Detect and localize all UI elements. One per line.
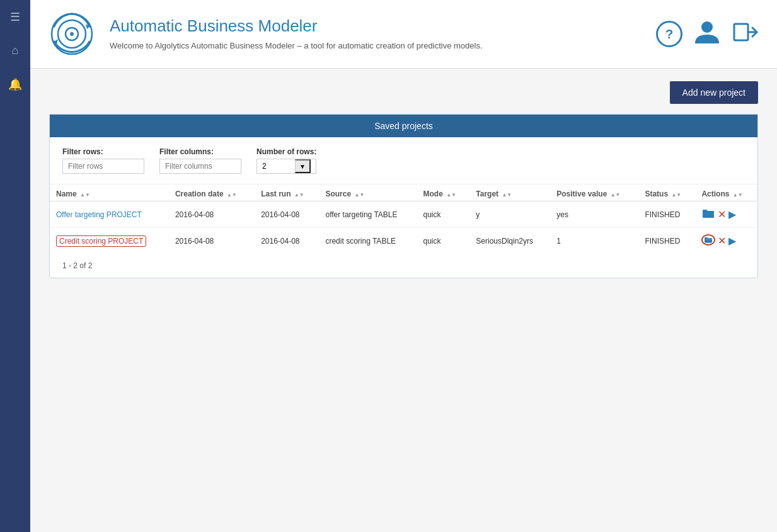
sidebar: ☰ ⌂ 🔔 <box>0 0 30 532</box>
row-target-cell: y <box>469 201 550 228</box>
project-name-link[interactable]: Offer targeting PROJECT <box>56 210 142 219</box>
num-rows-dropdown-button[interactable]: ▼ <box>295 159 311 173</box>
open-project-icon[interactable] <box>701 208 715 221</box>
row-creation-date-cell: 2016-04-08 <box>169 228 255 254</box>
filter-columns-input[interactable] <box>159 159 241 174</box>
table-row: Credit scoring PROJECT2016-04-082016-04-… <box>50 228 757 254</box>
row-source-cell: offer targeting TABLE <box>319 201 417 228</box>
filter-rows-group: Filter rows: <box>62 147 144 174</box>
user-icon[interactable] <box>694 18 720 50</box>
table-controls: Filter rows: Filter columns: Number of r… <box>50 137 757 184</box>
source-sort-icon[interactable]: ▲▼ <box>354 192 364 198</box>
num-rows-value[interactable] <box>257 159 295 173</box>
row-target-cell: SeriousDlqin2yrs <box>469 228 550 254</box>
project-name-link-outlined[interactable]: Credit scoring PROJECT <box>56 235 146 247</box>
notification-icon[interactable]: 🔔 <box>4 74 26 95</box>
pagination-info: 1 - 2 of 2 <box>50 254 757 278</box>
logo <box>49 11 95 57</box>
row-name-cell: Offer targeting PROJECT <box>50 201 169 228</box>
row-status-cell: FINISHED <box>638 228 695 254</box>
filter-rows-label: Filter rows: <box>62 147 144 156</box>
num-rows-label: Number of rows: <box>256 147 316 156</box>
actions-sort-icon: ▲▼ <box>733 192 743 198</box>
svg-rect-7 <box>734 24 748 40</box>
app-subtitle: Welcome to Algolytics Automatic Business… <box>110 40 641 52</box>
filter-columns-label: Filter columns: <box>159 147 241 156</box>
col-actions: Actions ▲▼ <box>695 184 757 201</box>
header: Automatic Business Modeler Welcome to Al… <box>30 0 777 69</box>
row-status-cell: FINISHED <box>638 201 695 228</box>
svg-point-3 <box>70 32 74 36</box>
home-icon[interactable]: ⌂ <box>8 40 23 61</box>
logout-icon[interactable] <box>732 19 758 50</box>
col-status: Status ▲▼ <box>638 184 695 201</box>
col-mode: Mode ▲▼ <box>417 184 469 201</box>
row-last-run-cell: 2016-04-08 <box>255 228 319 254</box>
col-creation-date: Creation date ▲▼ <box>169 184 255 201</box>
name-sort-icon[interactable]: ▲▼ <box>80 192 90 198</box>
col-target: Target ▲▼ <box>469 184 550 201</box>
row-last-run-cell: 2016-04-08 <box>255 201 319 228</box>
delete-project-icon[interactable]: ✕ <box>718 235 726 247</box>
row-positive-value-cell: 1 <box>550 228 638 254</box>
header-actions: ? <box>656 18 758 50</box>
app-title: Automatic Business Modeler <box>110 16 641 36</box>
last-run-sort-icon[interactable]: ▲▼ <box>294 192 304 198</box>
projects-table: Name ▲▼ Creation date ▲▼ Last run ▲▼ Sou… <box>50 184 757 254</box>
saved-projects-container: Saved projects Filter rows: Filter colum… <box>49 114 758 278</box>
table-head: Name ▲▼ Creation date ▲▼ Last run ▲▼ Sou… <box>50 184 757 201</box>
status-sort-icon[interactable]: ▲▼ <box>671 192 681 198</box>
num-rows-select-wrap: ▼ <box>256 159 316 174</box>
row-mode-cell: quick <box>417 228 469 254</box>
col-last-run: Last run ▲▼ <box>255 184 319 201</box>
col-name: Name ▲▼ <box>50 184 169 201</box>
pagination-text: 1 - 2 of 2 <box>62 261 92 270</box>
open-project-icon[interactable] <box>701 234 715 247</box>
action-icons-group: ✕▶ <box>701 208 751 221</box>
target-sort-icon[interactable]: ▲▼ <box>502 192 512 198</box>
row-name-cell: Credit scoring PROJECT <box>50 228 169 254</box>
run-project-icon[interactable]: ▶ <box>728 208 736 220</box>
add-new-project-button[interactable]: Add new project <box>670 81 758 104</box>
row-positive-value-cell: yes <box>550 201 638 228</box>
delete-project-icon[interactable]: ✕ <box>718 208 726 220</box>
action-icons-group: ✕▶ <box>701 234 751 247</box>
table-row: Offer targeting PROJECT2016-04-082016-04… <box>50 201 757 228</box>
menu-icon[interactable]: ☰ <box>6 6 24 28</box>
saved-projects-title: Saved projects <box>50 115 757 137</box>
main-content: Automatic Business Modeler Welcome to Al… <box>30 0 777 532</box>
positive-value-sort-icon[interactable]: ▲▼ <box>611 192 621 198</box>
table-body: Offer targeting PROJECT2016-04-082016-04… <box>50 201 757 254</box>
row-mode-cell: quick <box>417 201 469 228</box>
filter-rows-input[interactable] <box>62 159 144 174</box>
col-positive-value: Positive value ▲▼ <box>550 184 638 201</box>
header-text: Automatic Business Modeler Welcome to Al… <box>110 16 641 52</box>
row-source-cell: credit scoring TABLE <box>319 228 417 254</box>
row-actions-cell: ✕▶ <box>695 228 757 254</box>
content-area: Add new project Saved projects Filter ro… <box>30 69 777 291</box>
filter-columns-group: Filter columns: <box>159 147 241 174</box>
creation-date-sort-icon[interactable]: ▲▼ <box>227 192 237 198</box>
run-project-icon[interactable]: ▶ <box>728 235 736 247</box>
help-icon[interactable]: ? <box>656 21 682 47</box>
svg-point-6 <box>701 21 713 33</box>
row-actions-cell: ✕▶ <box>695 201 757 228</box>
num-rows-group: Number of rows: ▼ <box>256 147 316 174</box>
col-source: Source ▲▼ <box>319 184 417 201</box>
mode-sort-icon[interactable]: ▲▼ <box>446 192 456 198</box>
row-creation-date-cell: 2016-04-08 <box>169 201 255 228</box>
